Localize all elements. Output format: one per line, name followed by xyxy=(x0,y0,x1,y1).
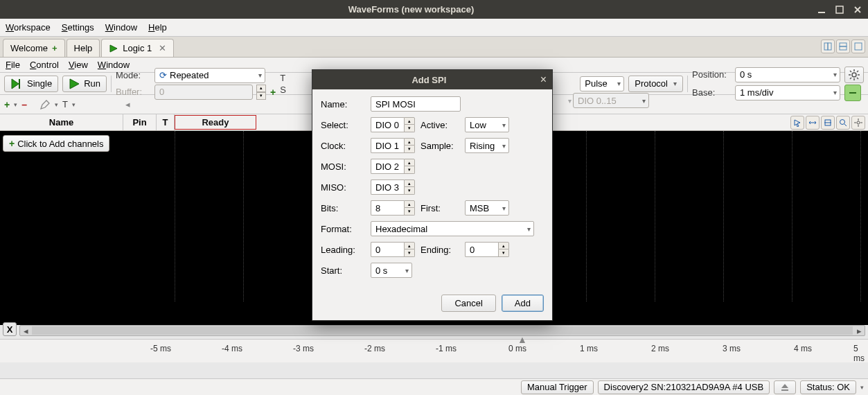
mosi-spinner[interactable]: DIO 2▴▾ xyxy=(371,159,415,174)
miso-label: MISO: xyxy=(321,182,365,193)
scroll-left-icon[interactable]: ◂ xyxy=(125,99,130,109)
window-layout-button-1[interactable] xyxy=(821,40,835,53)
protocol-button[interactable]: Protocol▾ xyxy=(628,76,683,92)
tick-label: 1 ms xyxy=(580,344,598,353)
mode-label: Mode: xyxy=(116,70,150,80)
tab-logic[interactable]: Logic 1 ✕ xyxy=(101,39,174,57)
cancel-button[interactable]: Cancel xyxy=(441,295,495,312)
add-channels-button[interactable]: + Click to Add channels xyxy=(3,135,109,152)
document-tabbar: Welcome + Help Logic 1 ✕ xyxy=(0,37,868,58)
sample-select[interactable]: Rising xyxy=(465,138,509,153)
chevron-down-icon: ▾ xyxy=(568,97,572,105)
svg-line-17 xyxy=(857,78,858,79)
plus-icon[interactable]: + xyxy=(270,87,276,98)
first-select[interactable]: MSB xyxy=(465,200,509,216)
submenu-file[interactable]: File xyxy=(6,60,20,70)
tick-label: -5 ms xyxy=(150,344,171,353)
device-status-button[interactable]: Discovery2 SN:210321AD9A9A #4 USB xyxy=(598,380,770,394)
mode-select[interactable]: ⟳ Repeated xyxy=(154,68,265,83)
svg-line-18 xyxy=(857,71,858,72)
position-label: Position: xyxy=(692,69,731,80)
run-button[interactable]: Run xyxy=(62,76,107,92)
window-layout-button-3[interactable] xyxy=(851,40,865,53)
main-menubar: Workspace Settings Window Help xyxy=(0,19,868,37)
magnifier-icon[interactable] xyxy=(836,116,850,130)
add-channel-icon[interactable]: + xyxy=(4,99,10,110)
scroll-left-icon[interactable]: ◂ xyxy=(20,326,31,336)
zoom-h-icon[interactable] xyxy=(806,116,820,130)
submenu-control[interactable]: Control xyxy=(30,60,59,70)
active-label: Active: xyxy=(420,120,459,130)
zoom-fit-icon[interactable] xyxy=(821,116,835,130)
menu-workspace[interactable]: Workspace xyxy=(6,22,51,33)
base-select[interactable]: 1 ms/div xyxy=(735,85,840,100)
remove-channel-icon[interactable]: – xyxy=(21,99,27,110)
window-minimize-icon[interactable] xyxy=(817,5,826,15)
window-close-icon[interactable] xyxy=(853,5,862,15)
single-button[interactable]: Single xyxy=(4,76,58,92)
svg-marker-10 xyxy=(70,79,79,89)
start-select[interactable]: 0 s xyxy=(371,263,412,278)
window-title: WaveForms (new workspace) xyxy=(6,4,817,15)
select-label: Select: xyxy=(321,120,365,130)
svg-line-23 xyxy=(844,124,847,126)
submenu-view[interactable]: View xyxy=(69,60,88,70)
svg-point-11 xyxy=(852,73,856,77)
tick-label: 0 ms xyxy=(508,344,526,353)
dialog-close-icon[interactable]: × xyxy=(540,73,547,86)
column-name: Name xyxy=(0,114,123,130)
menu-window[interactable]: Window xyxy=(105,22,137,33)
cursor-icon[interactable] xyxy=(790,116,804,130)
clock-spinner[interactable]: DIO 1▴▾ xyxy=(371,138,415,153)
ending-spinner[interactable]: 0▴▾ xyxy=(465,242,509,257)
bits-spinner[interactable]: 8▴▾ xyxy=(371,200,415,216)
svg-rect-3 xyxy=(824,43,828,50)
position-select[interactable]: 0 s xyxy=(735,67,840,82)
add-button[interactable]: Add xyxy=(502,295,544,312)
pulse-select[interactable]: Pulse xyxy=(580,76,624,91)
buffer-spinner: ▴▾ xyxy=(256,85,266,100)
eject-icon[interactable] xyxy=(774,380,796,394)
channel-list-panel: + Click to Add channels xyxy=(0,131,175,325)
wave-gear-icon[interactable] xyxy=(851,116,865,130)
tick-label: 5 ms xyxy=(853,344,865,363)
position-gear-button[interactable] xyxy=(844,67,864,83)
svg-point-24 xyxy=(857,121,860,124)
svg-marker-8 xyxy=(12,79,19,89)
edit-icon[interactable] xyxy=(39,99,51,110)
run-label: Run xyxy=(84,78,100,89)
close-panel-button[interactable]: X xyxy=(3,322,17,336)
menu-help[interactable]: Help xyxy=(148,22,167,33)
statusbar: Manual Trigger Discovery2 SN:210321AD9A9… xyxy=(0,378,868,395)
svg-rect-7 xyxy=(855,43,862,50)
status-ready: Ready xyxy=(175,115,256,130)
dialog-titlebar[interactable]: Add SPI × xyxy=(312,70,552,89)
active-select[interactable]: Low xyxy=(465,117,509,132)
format-select[interactable]: Hexadecimal xyxy=(371,221,534,236)
close-icon[interactable]: ✕ xyxy=(159,43,166,53)
svg-line-16 xyxy=(850,71,851,72)
horizontal-scrollbar[interactable]: ◂ ▸ xyxy=(19,325,865,336)
base-extra-button[interactable] xyxy=(844,85,861,101)
select-spinner[interactable]: DIO 0▴▾ xyxy=(371,117,415,132)
clock-label: Clock: xyxy=(321,141,365,151)
window-maximize-icon[interactable] xyxy=(835,5,844,15)
leading-spinner[interactable]: 0▴▾ xyxy=(371,242,415,257)
status-ok-button[interactable]: Status: OK xyxy=(800,380,856,394)
svg-marker-29 xyxy=(781,384,788,388)
tab-help[interactable]: Help xyxy=(67,39,100,57)
scroll-right-icon[interactable]: ▸ xyxy=(853,326,865,336)
svg-marker-2 xyxy=(110,45,117,52)
name-input[interactable]: SPI MOSI xyxy=(371,96,461,112)
ending-label: Ending: xyxy=(420,245,459,255)
menu-settings[interactable]: Settings xyxy=(62,22,94,33)
manual-trigger-button[interactable]: Manual Trigger xyxy=(521,380,594,394)
single-label: Single xyxy=(27,78,52,89)
miso-spinner[interactable]: DIO 3▴▾ xyxy=(371,179,415,195)
window-layout-button-2[interactable] xyxy=(836,40,850,53)
tab-welcome[interactable]: Welcome + xyxy=(3,39,65,57)
svg-rect-0 xyxy=(818,12,825,13)
column-trigger: T xyxy=(157,114,175,130)
time-axis: ▲ -5 ms -4 ms -3 ms -2 ms -1 ms 0 ms 1 m… xyxy=(0,339,868,362)
column-pin: Pin xyxy=(123,114,157,130)
